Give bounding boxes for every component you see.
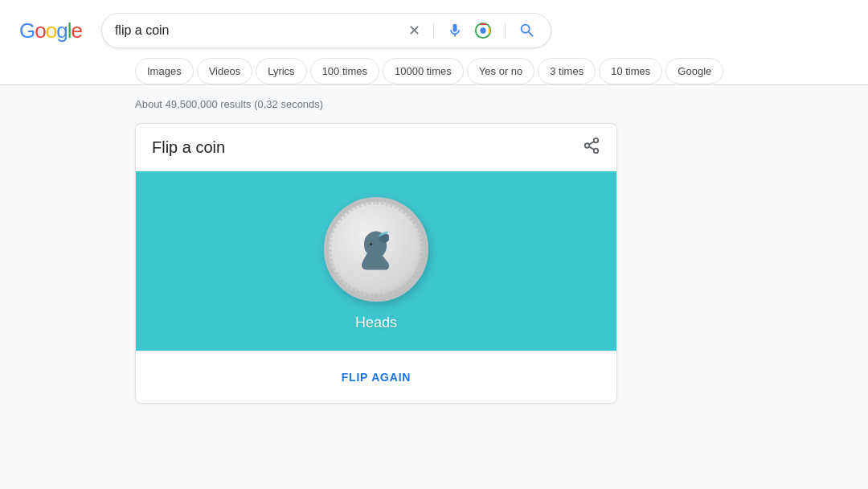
tab-yesorno[interactable]: Yes or no xyxy=(467,58,534,84)
logo-g: G xyxy=(19,18,35,43)
tab-google[interactable]: Google xyxy=(665,58,723,84)
mic-icon xyxy=(447,23,463,39)
coin xyxy=(324,197,428,302)
svg-point-9 xyxy=(383,234,389,239)
search-icons: ✕ xyxy=(407,20,538,41)
header-top: Google ✕ xyxy=(0,13,868,58)
clear-button[interactable]: ✕ xyxy=(407,22,422,39)
divider2 xyxy=(505,23,506,39)
svg-line-6 xyxy=(589,142,594,145)
lens-button[interactable] xyxy=(473,20,493,41)
tab-100times[interactable]: 100 times xyxy=(310,58,379,84)
google-logo[interactable]: Google xyxy=(19,18,82,43)
card-header: Flip a coin xyxy=(136,124,616,171)
tab-10000times[interactable]: 10000 times xyxy=(383,58,464,84)
search-button[interactable] xyxy=(517,20,538,41)
coin-profile-icon xyxy=(344,217,408,281)
coin-inner xyxy=(329,202,424,297)
tab-10times[interactable]: 10 times xyxy=(599,58,662,84)
tab-lyrics[interactable]: Lyrics xyxy=(256,58,306,84)
coin-area: Heads xyxy=(136,171,616,351)
search-tabs: Images Videos Lyrics 100 times 10000 tim… xyxy=(0,58,868,84)
logo-e: e xyxy=(71,18,81,43)
divider xyxy=(433,23,434,39)
svg-point-10 xyxy=(370,243,372,245)
mic-button[interactable] xyxy=(445,21,465,40)
svg-point-1 xyxy=(480,27,485,33)
tab-images[interactable]: Images xyxy=(135,58,194,84)
logo-g2: g xyxy=(56,18,67,43)
lens-icon xyxy=(474,22,492,39)
card-title: Flip a coin xyxy=(152,138,225,157)
logo-o1: o xyxy=(35,18,45,43)
flip-coin-card: Flip a coin xyxy=(135,123,617,404)
tab-videos[interactable]: Videos xyxy=(197,58,253,84)
share-icon xyxy=(583,137,600,154)
header: Google ✕ xyxy=(0,0,868,85)
search-input[interactable] xyxy=(115,23,400,38)
search-bar: ✕ xyxy=(101,13,551,48)
flip-again-area: FLIP AGAIN xyxy=(136,351,616,403)
tab-3times[interactable]: 3 times xyxy=(538,58,596,84)
search-icon xyxy=(518,22,536,39)
coin-result-label: Heads xyxy=(355,314,397,331)
main-content: About 49,500,000 results (0.32 seconds) … xyxy=(0,85,868,423)
svg-line-5 xyxy=(589,146,594,150)
results-count: About 49,500,000 results (0.32 seconds) xyxy=(135,98,849,110)
clear-icon: ✕ xyxy=(408,23,420,38)
flip-again-button[interactable]: FLIP AGAIN xyxy=(329,364,424,390)
share-button[interactable] xyxy=(583,137,600,158)
logo-o2: o xyxy=(46,18,56,43)
